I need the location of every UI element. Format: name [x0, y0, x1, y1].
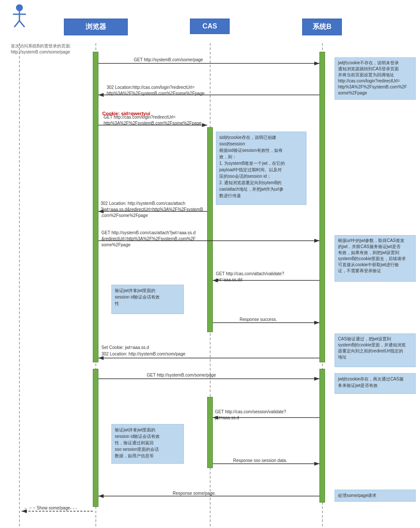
m8a-label: Set Cookie: jwt=aaa.ss.d — [101, 345, 149, 350]
svg-point-0 — [16, 4, 23, 11]
comment-7: 验证jwt并拿jwt里面的 session id验证会话有效 性，验证通过则返回… — [111, 424, 184, 464]
diagram-container: 浏览器 CAS 系统B 首次访问系统B的需登录的页面: http://syste… — [0, 0, 420, 528]
browser-activation-2 — [93, 369, 98, 507]
m5-label: GET http://systemB.com/cas/attach?jwt=aa… — [101, 230, 196, 248]
comment-1: jwt的cookie不存在，说明未登录 通知浏览器跳转到CAS登录页面 并将当前… — [335, 57, 416, 100]
comment-5: CAS验证通过，把jwt设置到 systemB的cookie里面，并通知浏览 器… — [335, 333, 416, 367]
svg-line-4 — [19, 21, 25, 27]
cas-activation-2 — [207, 397, 213, 468]
cas-activation-1 — [207, 127, 213, 332]
comment-2: sid的cookie存在，说明已创建 sso的session 根据sid验证se… — [216, 132, 306, 205]
initial-note: 首次访问系统B的需登录的页面: http://systemB.com/some/… — [11, 43, 91, 55]
m2-label: 302 Location:http://cas.com/login?redire… — [107, 85, 205, 97]
m3-label: GET http://cas.com/login?redirectUrl= ht… — [104, 114, 202, 126]
comment-8: 处理some/page请求 — [335, 490, 416, 502]
systemb-header: 系统B — [302, 19, 342, 35]
comment-3: 根据url中的jwt参数，取得CAS签发 的jwt，并跟CAS服务验证jwt是否… — [335, 235, 416, 282]
comment-6: jwt的cookie存在，再次通过CAS服 务来验证jwt是否有效 — [335, 373, 416, 394]
systemb-activation-1 — [319, 52, 325, 362]
m12-label: Response some/page. — [173, 491, 216, 496]
browser-activation-1 — [93, 52, 98, 362]
systemb-activation-2 — [319, 369, 325, 503]
browser-header: 浏览器 — [64, 19, 128, 35]
person-icon — [9, 3, 30, 28]
m7-label: Response success. — [240, 317, 277, 322]
m4-label: 302 Location: http://systemB.com/cas/att… — [101, 201, 203, 219]
comment-4: 验证jwt并拿jwt里面的 session id验证会话有效 性 — [111, 285, 184, 314]
m1-label: GET http://systemB.com/some/page — [134, 57, 203, 62]
m6-label: GET http://cas.com/attach/validate? jwt=… — [216, 271, 284, 283]
m10-label: GET http://cas.com/session/validate? jwt… — [215, 409, 286, 421]
m11-label: Response sso session data. — [233, 458, 287, 463]
m9-label: GET http://systemB.com/some/page — [147, 373, 216, 377]
cas-header: CAS — [190, 19, 230, 34]
user-lifeline — [19, 43, 20, 528]
m13-label: ← − − Show some/page- - - — [24, 506, 77, 510]
svg-line-3 — [14, 21, 19, 27]
m8-label: 302 Location: http://systemB.com/som/pag… — [101, 352, 186, 356]
